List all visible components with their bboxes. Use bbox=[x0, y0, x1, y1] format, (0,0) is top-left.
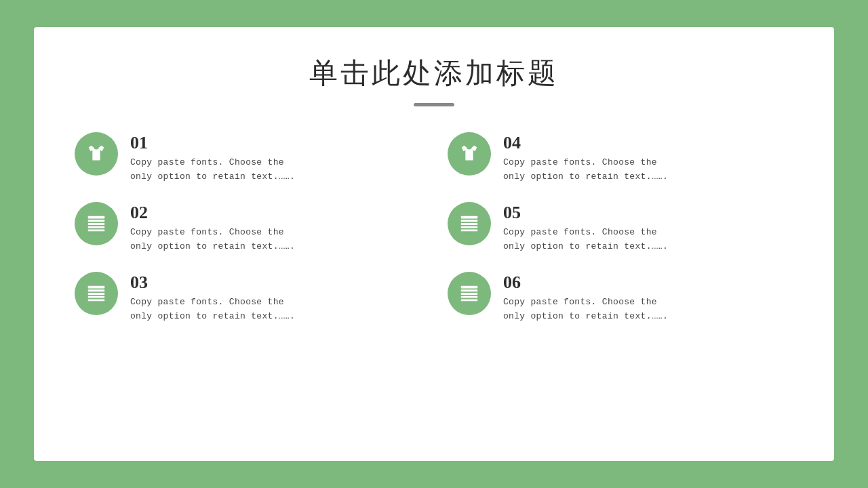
svg-rect-11 bbox=[88, 289, 105, 291]
item-04-desc: Copy paste fonts. Choose theonly option … bbox=[503, 156, 668, 184]
svg-rect-10 bbox=[88, 285, 105, 288]
list-item: 03 Copy paste fonts. Choose theonly opti… bbox=[75, 266, 420, 329]
item-06-icon-circle bbox=[448, 272, 491, 315]
svg-rect-4 bbox=[88, 229, 105, 231]
item-03-number: 03 bbox=[130, 272, 295, 293]
svg-rect-1 bbox=[88, 220, 105, 222]
svg-rect-15 bbox=[461, 285, 478, 288]
store-icon bbox=[85, 142, 108, 165]
item-04-icon-circle bbox=[448, 132, 491, 176]
slide: 单击此处添加标题 01 Copy paste fonts. Choose the… bbox=[34, 27, 834, 461]
content-grid: 01 Copy paste fonts. Choose theonly opti… bbox=[75, 127, 793, 329]
item-01-number: 01 bbox=[130, 132, 295, 153]
svg-rect-19 bbox=[461, 299, 478, 301]
item-04-text: 04 Copy paste fonts. Choose theonly opti… bbox=[503, 132, 668, 184]
item-05-number: 05 bbox=[503, 202, 668, 223]
garage-icon bbox=[85, 282, 108, 305]
svg-rect-0 bbox=[88, 216, 105, 218]
item-06-number: 06 bbox=[503, 272, 668, 293]
list-item: 02 Copy paste fonts. Choose theonly opti… bbox=[75, 197, 420, 260]
svg-rect-6 bbox=[461, 220, 478, 222]
svg-rect-17 bbox=[461, 293, 478, 295]
garage-icon bbox=[458, 212, 481, 235]
svg-rect-13 bbox=[88, 296, 105, 298]
garage-icon bbox=[458, 282, 481, 305]
item-05-desc: Copy paste fonts. Choose theonly option … bbox=[503, 226, 668, 254]
list-item: 05 Copy paste fonts. Choose theonly opti… bbox=[448, 197, 793, 260]
svg-rect-5 bbox=[461, 216, 478, 218]
svg-rect-9 bbox=[461, 229, 478, 231]
garage-icon bbox=[85, 212, 108, 235]
item-06-text: 06 Copy paste fonts. Choose theonly opti… bbox=[503, 272, 668, 324]
svg-rect-16 bbox=[461, 289, 478, 291]
store-icon bbox=[458, 142, 481, 165]
item-04-number: 04 bbox=[503, 132, 668, 153]
item-01-text: 01 Copy paste fonts. Choose theonly opti… bbox=[130, 132, 295, 184]
item-02-text: 02 Copy paste fonts. Choose theonly opti… bbox=[130, 202, 295, 254]
item-01-icon-circle bbox=[75, 132, 118, 176]
svg-rect-2 bbox=[88, 223, 105, 225]
item-03-desc: Copy paste fonts. Choose theonly option … bbox=[130, 296, 295, 324]
svg-rect-14 bbox=[88, 299, 105, 301]
item-03-text: 03 Copy paste fonts. Choose theonly opti… bbox=[130, 272, 295, 324]
list-item: 06 Copy paste fonts. Choose theonly opti… bbox=[448, 266, 793, 329]
svg-rect-3 bbox=[88, 226, 105, 228]
item-02-icon-circle bbox=[75, 202, 118, 245]
item-05-text: 05 Copy paste fonts. Choose theonly opti… bbox=[503, 202, 668, 254]
svg-rect-12 bbox=[88, 293, 105, 295]
item-02-desc: Copy paste fonts. Choose theonly option … bbox=[130, 226, 295, 254]
svg-rect-18 bbox=[461, 296, 478, 298]
item-01-desc: Copy paste fonts. Choose theonly option … bbox=[130, 156, 295, 184]
svg-rect-8 bbox=[461, 226, 478, 228]
item-02-number: 02 bbox=[130, 202, 295, 223]
slide-title[interactable]: 单击此处添加标题 bbox=[309, 54, 559, 92]
item-06-desc: Copy paste fonts. Choose theonly option … bbox=[503, 296, 668, 324]
title-divider bbox=[414, 103, 454, 106]
list-item: 01 Copy paste fonts. Choose theonly opti… bbox=[75, 127, 420, 190]
list-item: 04 Copy paste fonts. Choose theonly opti… bbox=[448, 127, 793, 190]
item-03-icon-circle bbox=[75, 272, 118, 315]
item-05-icon-circle bbox=[448, 202, 491, 245]
svg-rect-7 bbox=[461, 223, 478, 225]
